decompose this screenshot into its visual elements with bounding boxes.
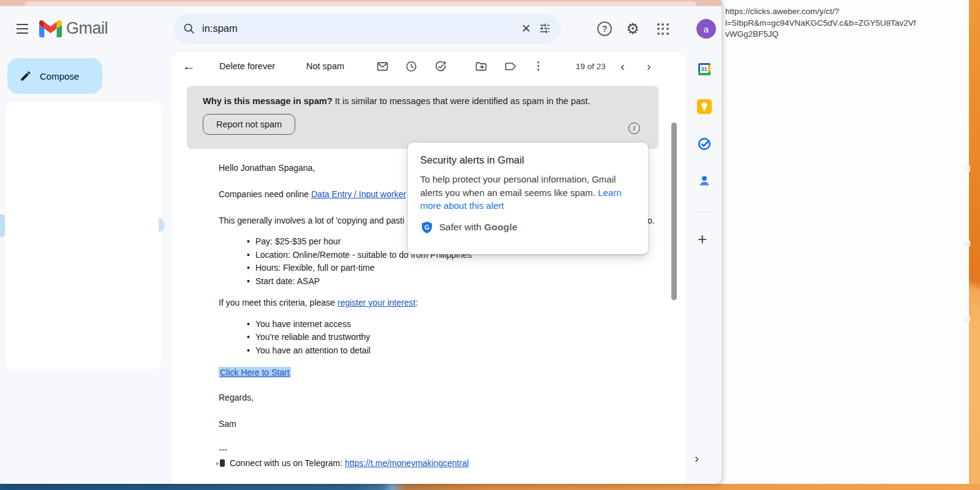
report-not-spam-button[interactable]: Report not spam — [203, 114, 295, 135]
popup-title: Security alerts in Gmail — [420, 154, 636, 166]
settings-gear-icon[interactable]: ⚙ — [624, 20, 641, 37]
email-intro-line: Companies need online Data Entry / Input… — [219, 189, 406, 199]
add-to-tasks-icon[interactable] — [434, 60, 447, 73]
keep-icon[interactable] — [697, 99, 712, 114]
email-scrollbar-thumb[interactable] — [671, 123, 677, 300]
badge-brand: Google — [484, 222, 518, 232]
badge-text: Safer with Google — [439, 222, 518, 233]
search-options-icon[interactable] — [538, 22, 551, 35]
side-panel-collapse-icon[interactable]: › — [695, 451, 699, 466]
spam-warning-explanation: It is similar to messages that were iden… — [333, 96, 590, 106]
main-menu-button[interactable] — [15, 20, 33, 37]
data-entry-link[interactable]: Data Entry / Input worker — [311, 189, 406, 199]
info-icon[interactable]: i — [628, 123, 640, 134]
security-alert-popup: Security alerts in Gmail To help protect… — [408, 143, 648, 254]
google-shield-icon: G — [420, 221, 434, 234]
tasks-icon[interactable] — [697, 137, 712, 151]
criteria-suffix: : — [415, 298, 418, 307]
email-signature: Sam — [219, 419, 236, 429]
pagination-count: 19 of 23 — [576, 62, 606, 71]
email-detail-line: This generally involves a lot of 'copyin… — [219, 216, 404, 225]
job-bullet: Hours: Flexible, full or part-time — [255, 263, 375, 273]
calendar-icon[interactable]: 31 — [697, 62, 712, 77]
svg-text:31: 31 — [701, 66, 707, 72]
email-intro-prefix: Companies need online — [219, 189, 311, 199]
get-addons-plus-icon[interactable]: + — [698, 230, 707, 249]
spam-warning-text: Why is this message in spam? It is simil… — [203, 96, 643, 106]
email-closing: Regards, — [219, 393, 254, 402]
criteria-bullet: You have internet access — [255, 319, 351, 329]
desktop-wallpaper-bottom — [0, 484, 980, 490]
sidebar-panel — [6, 102, 161, 369]
wallpaper-letter: M — [964, 164, 971, 173]
email-greeting: Hello Jonathan Spagana, — [219, 163, 315, 173]
compose-button[interactable]: Compose — [7, 58, 102, 94]
register-interest-link[interactable]: register your interest — [337, 298, 416, 307]
url-line: https://clicks.aweber.com/y/ct/? — [725, 6, 943, 18]
older-email-icon[interactable]: › — [647, 59, 651, 74]
delete-forever-button[interactable]: Delete forever — [219, 61, 275, 71]
url-line: vWGg2BF5JQ — [725, 29, 943, 40]
label-icon[interactable] — [504, 60, 517, 73]
compose-label: Compose — [40, 71, 79, 81]
svg-text:G: G — [424, 224, 429, 230]
side-panel-divider — [696, 211, 713, 212]
cta-link-text[interactable]: Click Here to Start — [220, 368, 290, 377]
footer-prefix: Connect with us on Telegram: — [230, 458, 345, 468]
spam-warning-question: Why is this message in spam? — [203, 96, 333, 106]
more-options-icon[interactable]: ⋮ — [533, 59, 543, 72]
url-line: l=5IbpR&m=gc94VNaKGC5dV.c&b=ZGY5U8Tav2Vf — [725, 18, 943, 29]
help-icon: ? — [597, 21, 612, 36]
desktop-wallpaper-strip: M M M — [969, 0, 980, 484]
email-view-card: ← Delete forever Not spam ⋮ 19 of 23 ‹ ›… — [172, 52, 686, 484]
popup-body: To help protect your personal informatio… — [420, 173, 636, 213]
email-detail-line-tail: o. — [647, 216, 655, 225]
compose-pencil-icon — [20, 70, 32, 82]
criteria-bullet: You're reliable and trustworthy — [255, 332, 370, 342]
wallpaper-letter: M — [964, 314, 971, 323]
click-here-to-start-link[interactable]: Click Here to Start — [219, 367, 291, 378]
phone-emoji-icon — [220, 459, 225, 467]
popup-body-text: To help protect your personal informatio… — [420, 174, 616, 198]
criteria-bullet: You have an attention to detail — [255, 345, 371, 355]
wallpaper-letter: M — [964, 239, 971, 248]
google-apps-grid-icon[interactable] — [654, 20, 671, 37]
search-icon[interactable] — [183, 22, 195, 35]
search-bar[interactable]: ✕ — [173, 13, 560, 43]
gmail-wordmark: Gmail — [66, 19, 108, 38]
spam-warning-banner: Why is this message in spam? It is simil… — [187, 86, 658, 149]
browser-active-tab[interactable] — [24, 1, 696, 6]
job-bullet: Pay: $25-$35 per hour — [255, 236, 341, 246]
help-button[interactable]: ? — [596, 20, 613, 37]
badge-prefix: Safer with — [439, 222, 484, 232]
background-url-text: https://clicks.aweber.com/y/ct/? l=5IbpR… — [725, 6, 943, 40]
browser-tab-strip — [0, 0, 722, 6]
account-avatar[interactable]: a — [696, 19, 716, 39]
search-input[interactable] — [202, 23, 514, 34]
gmail-logo: Gmail — [39, 19, 108, 38]
clear-search-icon[interactable]: ✕ — [514, 21, 538, 36]
newer-email-icon[interactable]: ‹ — [620, 59, 625, 74]
job-bullet: Start date: ASAP — [255, 276, 320, 286]
sidebar-selection-bump — [159, 218, 165, 232]
email-criteria-line: If you meet this criteria, please regist… — [219, 298, 418, 307]
email-separator: --- — [219, 445, 227, 454]
snooze-clock-icon[interactable] — [405, 60, 418, 73]
gmail-m-icon — [39, 20, 62, 37]
mark-unread-icon[interactable] — [376, 60, 389, 73]
back-arrow-icon[interactable]: ← — [183, 59, 195, 74]
safer-with-google-badge: G Safer with Google — [420, 221, 636, 234]
telegram-link[interactable]: https://t.me/moneymakingcentral — [345, 458, 469, 468]
move-to-folder-icon[interactable] — [475, 60, 488, 73]
sidebar-selection-indicator — [0, 214, 5, 237]
criteria-prefix: If you meet this criteria, please — [219, 298, 337, 307]
not-spam-button[interactable]: Not spam — [306, 61, 344, 71]
contacts-icon[interactable] — [697, 173, 712, 188]
browser-window: Gmail ✕ ? ⚙ a Compose ← Delete forever N… — [0, 0, 722, 484]
email-footer-line: Connect with us on Telegram: https://t.m… — [219, 458, 469, 468]
